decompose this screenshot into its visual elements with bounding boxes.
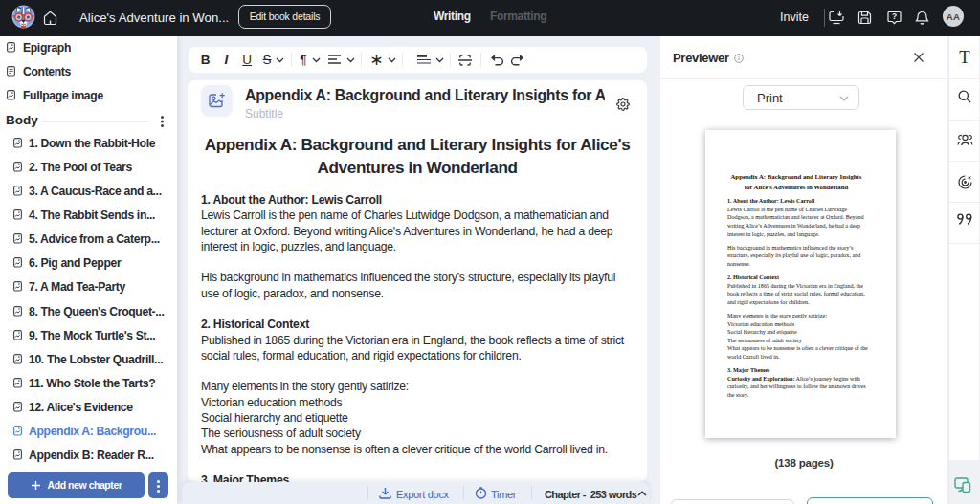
svg-text:?: ? <box>892 11 897 21</box>
